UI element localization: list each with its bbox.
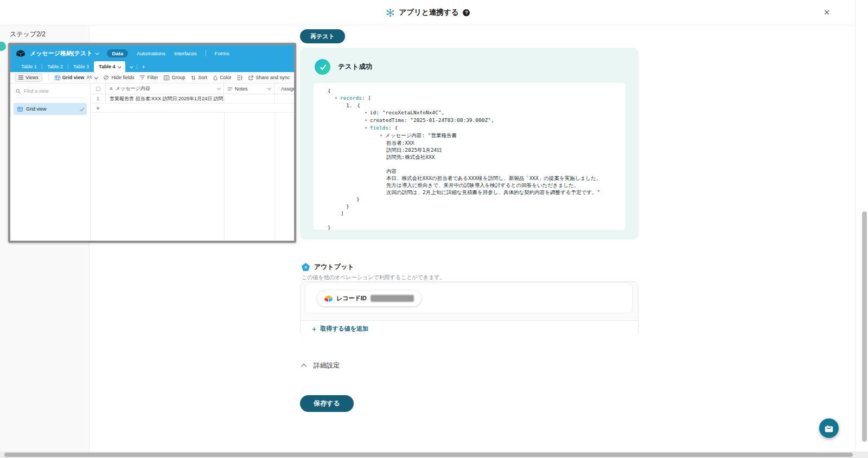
json-line: 先方は導入に前向きで、来月中の試験導入を検討するとの回答をいただきました。 xyxy=(314,182,626,189)
output-description: この値を他のオペレーションで利用することができます。 xyxy=(302,274,445,281)
integration-modal: アプリと連携する ? × ステップ2/2 メッセージ格納(テスト Data Au… xyxy=(0,0,868,458)
horizontal-scrollbar-track xyxy=(0,451,868,458)
views-button[interactable]: Views xyxy=(15,73,42,82)
json-line: } xyxy=(314,224,626,230)
redacted-value xyxy=(371,295,414,302)
nav-automations[interactable]: Automations xyxy=(137,50,165,56)
column-assignee[interactable]: Assignee xyxy=(275,83,294,94)
plus-icon: + xyxy=(312,325,316,333)
column-message[interactable]: A メッセージ内容 xyxy=(106,83,224,94)
table-row[interactable]: 1 営業報告書 担当者:XXX 訪問日:2025年1月24日 訪問先... xyxy=(91,94,294,104)
share-icon xyxy=(248,75,253,80)
paint-drop-icon xyxy=(213,75,218,80)
add-record-icon[interactable]: + xyxy=(96,105,100,112)
json-line: 訪問先:株式会社XXX xyxy=(314,153,626,160)
json-line: } xyxy=(314,196,626,203)
tab-table4-active[interactable]: Table 4 xyxy=(94,61,125,72)
find-view-search[interactable]: Find a view xyxy=(16,88,85,98)
airtable-topbar: メッセージ格納(テスト Data Automations Interfaces … xyxy=(10,45,294,61)
chevron-down-icon xyxy=(94,75,98,79)
chevron-up-icon xyxy=(301,364,307,369)
base-name[interactable]: メッセージ格納(テスト xyxy=(30,49,92,57)
test-success-header: テスト成功 xyxy=(315,59,372,75)
notes-field-icon xyxy=(228,87,232,91)
row-notes-cell[interactable] xyxy=(224,94,275,103)
row-height-button[interactable] xyxy=(237,75,242,80)
column-notes[interactable]: Notes xyxy=(224,83,275,94)
json-line: { xyxy=(314,87,626,94)
funnel-icon xyxy=(140,75,145,80)
help-icon[interactable]: ? xyxy=(463,9,470,16)
json-line: •id: "receXetaLNxfoNx4C", xyxy=(314,109,626,117)
record-id-label: レコードID xyxy=(336,294,367,302)
json-line: •メッセージ内容: "営業報告書 xyxy=(314,132,626,139)
hide-fields-label: Hide fields xyxy=(111,75,134,80)
tab-table3[interactable]: Table 3 xyxy=(68,61,94,72)
grid-view-selector[interactable]: Grid view xyxy=(55,75,98,80)
json-line: 訪問日:2025年1月24日 xyxy=(314,146,626,153)
chevron-down-icon[interactable] xyxy=(95,51,99,55)
group-button[interactable]: Group xyxy=(164,75,185,80)
retest-button[interactable]: 再テスト xyxy=(300,29,345,43)
collaborators-icon xyxy=(86,75,92,80)
airtable-screenshot: メッセージ格納(テスト Data Automations Interfaces … xyxy=(8,43,296,243)
tab-table1[interactable]: Table 1 xyxy=(16,61,42,72)
json-line: •records: [ xyxy=(314,94,626,102)
airtable-body: Find a view Grid view A xyxy=(10,83,294,241)
add-row[interactable] xyxy=(91,104,294,113)
page-title: アプリと連携する xyxy=(399,8,459,17)
text-field-icon: A xyxy=(110,86,113,91)
save-button[interactable]: 保存する xyxy=(300,395,354,412)
chevron-down-icon xyxy=(118,64,122,68)
filter-button[interactable]: Filter xyxy=(140,75,158,80)
column-header-row: A メッセージ内容 Notes xyxy=(91,83,294,94)
airtable-logo-icon xyxy=(324,295,333,302)
hide-fields-button[interactable]: Hide fields xyxy=(103,75,134,80)
filter-label: Filter xyxy=(147,75,158,80)
group-label: Group xyxy=(171,75,185,80)
hamburger-icon xyxy=(18,75,23,80)
tab-table4-label: Table 4 xyxy=(99,64,115,69)
chat-widget-button[interactable] xyxy=(819,418,839,438)
tab-table2[interactable]: Table 2 xyxy=(42,61,68,72)
grid-table: A メッセージ内容 Notes xyxy=(91,83,294,241)
chevron-down-icon xyxy=(217,86,221,90)
close-icon[interactable]: × xyxy=(821,7,832,18)
tables-expand-button[interactable] xyxy=(125,61,137,72)
search-icon xyxy=(16,89,21,94)
nav-interfaces[interactable]: Interfaces xyxy=(174,50,197,56)
json-line: 1. { xyxy=(314,102,626,109)
views-label: Views xyxy=(25,75,39,80)
toolbar-divider xyxy=(48,74,49,81)
view-item-grid-view[interactable]: Grid view xyxy=(14,103,87,115)
select-all-cell[interactable] xyxy=(91,83,106,94)
horizontal-scrollbar[interactable] xyxy=(4,453,853,457)
sort-button[interactable]: Sort xyxy=(191,75,207,80)
row-assignee-cell[interactable] xyxy=(275,94,294,103)
modal-title-group: アプリと連携する ? xyxy=(386,8,470,17)
nav-forms[interactable]: Forms xyxy=(215,50,229,56)
view-item-label: Grid view xyxy=(26,106,47,112)
json-line xyxy=(314,217,626,224)
add-output-value-button[interactable]: + 取得する値を追加 xyxy=(301,320,638,337)
output-header: x アウトプット xyxy=(302,262,354,272)
advanced-settings-toggle[interactable]: 詳細設定 xyxy=(303,361,340,370)
row-message-cell[interactable]: 営業報告書 担当者:XXX 訪問日:2025年1月24日 訪問先... xyxy=(110,95,224,102)
find-view-placeholder: Find a view xyxy=(24,88,49,94)
view-toolbar: Views Grid view Hide fields xyxy=(10,72,294,83)
modal-header: アプリと連携する ? × xyxy=(0,0,856,25)
share-sync-button[interactable]: Share and sync xyxy=(248,75,290,80)
vertical-scrollbar[interactable] xyxy=(862,211,867,442)
airtable-logo-icon xyxy=(16,50,25,57)
column-assignee-label: Assignee xyxy=(281,86,294,92)
nav-data[interactable]: Data xyxy=(107,49,128,57)
record-id-chip[interactable]: レコードID xyxy=(317,291,421,306)
add-table-button[interactable]: + xyxy=(137,61,149,72)
output-title: アウトプット xyxy=(314,262,354,272)
row-number: 1 xyxy=(97,96,99,101)
json-line: •createdTime: "2025-01-24T03:08:39.000Z"… xyxy=(314,117,626,124)
step-indicator: ステップ2/2 xyxy=(10,30,46,39)
color-button[interactable]: Color xyxy=(213,75,232,80)
row-height-icon xyxy=(237,75,242,80)
output-box: レコードID + 取得する値を追加 xyxy=(300,281,639,337)
